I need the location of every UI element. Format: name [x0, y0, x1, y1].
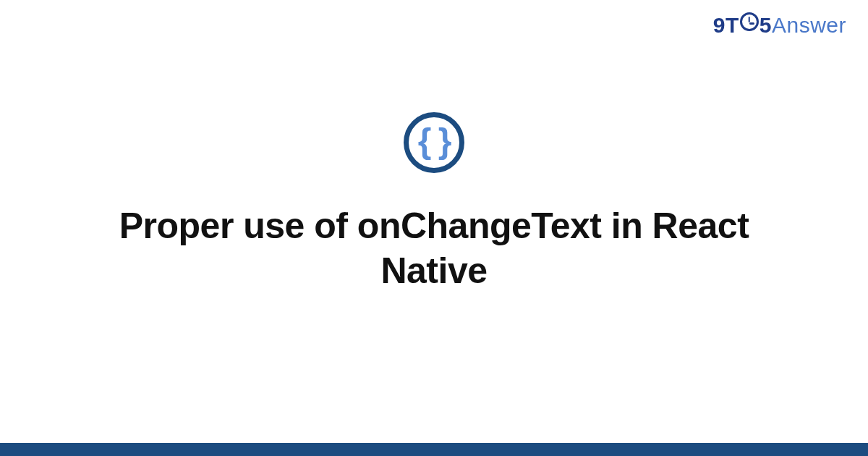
code-braces-icon: { } [404, 112, 464, 173]
main-content: { } Proper use of onChangeText in React … [0, 0, 868, 456]
footer-accent-bar [0, 443, 868, 456]
page-title: Proper use of onChangeText in React Nati… [72, 203, 796, 294]
braces-glyph: { } [418, 124, 451, 159]
